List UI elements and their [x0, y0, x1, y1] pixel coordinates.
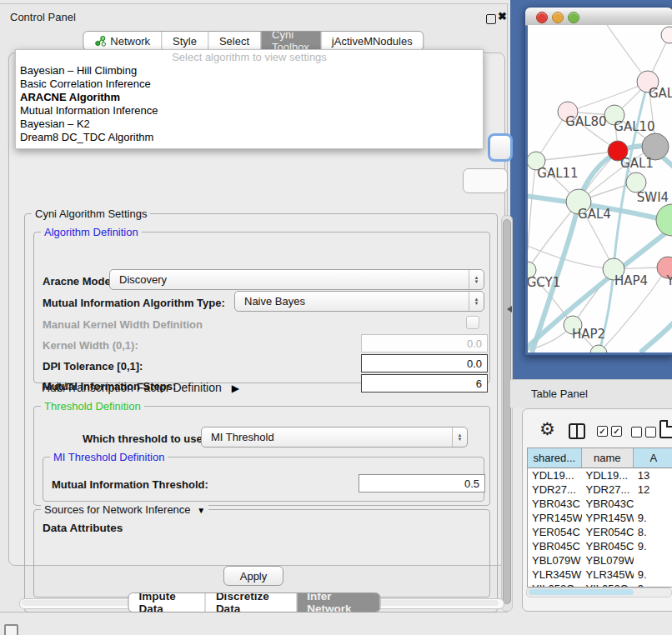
tab-style[interactable]: Style	[162, 32, 208, 50]
table-row[interactable]: YBR043CYBR043C	[528, 497, 672, 511]
table-cell: YLR345W	[582, 568, 634, 582]
control-panel: Control Panel ✖ NetworkStyleSelectCyni T…	[0, 3, 508, 612]
unchecked-column-icon[interactable]	[645, 427, 656, 438]
table-body: YDL19...YDL19...13YDR27...YDR27...12YBR0…	[528, 468, 672, 588]
manual-kernel-checkbox[interactable]	[466, 316, 479, 329]
table-row[interactable]: YDL19...YDL19...13	[528, 468, 672, 482]
network-canvas[interactable]: GALGAL80GAL10GAL1GAL11SWI4GAL4GCY1HAP4YH…	[528, 25, 672, 352]
mi-algorithm-type-select[interactable]: Naive Bayes ▲▼	[234, 291, 484, 312]
data-attributes-label: Data Attributes	[43, 522, 123, 534]
network-edge[interactable]	[528, 246, 614, 269]
control-panel-tabbar: NetworkStyleSelectCyni ToolboxjActiveMNo…	[83, 31, 424, 51]
network-icon	[94, 35, 106, 47]
table-cell	[634, 497, 672, 511]
cyni-algorithm-settings-group: Cyni Algorithm Settings Algorithm Defini…	[24, 213, 498, 612]
table-cell: 9.	[634, 582, 672, 588]
table-horizontal-scrollbar[interactable]	[526, 588, 672, 598]
split-columns-icon[interactable]	[569, 423, 585, 439]
table-row[interactable]: YBL079WYBL079W	[528, 553, 672, 568]
mi-threshold-definition-group: MI Threshold Definition Mutual Informati…	[43, 457, 484, 502]
expander-collapsed-icon: ▶	[232, 382, 239, 394]
tab-label: jActiveMNodules	[332, 35, 413, 48]
dropdown-item[interactable]: Mutual Information Inference	[16, 104, 483, 118]
tab-discretize-data[interactable]: Discretize Data	[206, 593, 297, 612]
kernel-width-label: Kernel Width (0,1):	[43, 339, 138, 352]
table-cell: 9.	[634, 511, 672, 525]
mi-threshold-label: Mutual Information Threshold:	[52, 478, 208, 491]
tab-jactivemnodules[interactable]: jActiveMNodules	[321, 32, 424, 50]
checked-column-icon[interactable]: ✓	[597, 426, 608, 437]
mi-algorithm-type-label: Mutual Information Algorithm Type:	[43, 297, 225, 309]
minimize-window-icon[interactable]	[552, 12, 564, 23]
dropdown-item[interactable]: Dream8 DC_TDC Algorithm	[16, 131, 483, 144]
table-cell: YDL19...	[528, 468, 582, 482]
table-cell: YBR043C	[528, 497, 582, 511]
which-threshold-select[interactable]: MI Threshold ▲▼	[201, 427, 468, 448]
restore-panel-icon[interactable]	[4, 624, 18, 635]
dropdown-item[interactable]: ARACNE Algorithm	[16, 91, 483, 104]
gear-icon[interactable]: ⚙	[539, 420, 555, 438]
table-cell: YPR145W	[528, 511, 582, 525]
table-header-row: shared...nameA	[528, 448, 672, 468]
dpi-tolerance-field[interactable]: 0.0	[361, 354, 488, 372]
table-cell	[634, 553, 672, 568]
table-row[interactable]: YLR345WYLR345W9.	[528, 568, 672, 582]
tab-network[interactable]: Network	[83, 32, 162, 50]
mi-threshold-field[interactable]: 0.5	[359, 474, 485, 492]
tab-select[interactable]: Select	[208, 32, 261, 50]
close-icon[interactable]: ✖	[498, 10, 507, 22]
mi-threshold-definition-title: MI Threshold Definition	[50, 451, 168, 463]
zoom-window-icon[interactable]	[568, 12, 579, 23]
node-label-gal11: GAL11	[537, 166, 578, 181]
file-icon[interactable]	[659, 420, 672, 438]
checked-column-icon[interactable]: ✓	[611, 426, 622, 437]
table-cell: YIL052C	[528, 582, 582, 588]
sources-title: Sources for Network Inference ▼	[41, 503, 208, 516]
network-window-titlebar[interactable]	[525, 8, 672, 26]
close-window-icon[interactable]	[536, 12, 548, 23]
table-cell: YLR345W	[528, 568, 582, 582]
table-row[interactable]: YDR27...YDR27...12	[528, 482, 672, 497]
settings-vertical-scrollbar[interactable]	[501, 215, 513, 612]
scrollbar-thumb[interactable]	[529, 589, 634, 595]
table-row[interactable]: YBR045CYBR045C9.	[528, 539, 672, 553]
scrollbar-thumb[interactable]	[503, 219, 511, 604]
node-label-hap4: HAP4	[614, 273, 648, 288]
apply-button[interactable]: Apply	[223, 566, 283, 586]
splitter-collapse-icon[interactable]	[507, 306, 512, 312]
node-label-y: Y	[665, 273, 672, 288]
settings-group-title: Cyni Algorithm Settings	[32, 208, 150, 220]
dropdown-item[interactable]: Bayesian – Hill Climbing	[16, 64, 483, 78]
table-row[interactable]: YPR145WYPR145W9.	[528, 511, 672, 525]
column-header-A[interactable]: A	[634, 448, 672, 468]
aracne-mode-label: Aracne Mode:	[43, 275, 114, 288]
table-cell: 13	[634, 468, 672, 482]
dropdown-item[interactable]: Basic Correlation Inference	[16, 78, 483, 91]
dpi-tolerance-label: DPI Tolerance [0,1]:	[43, 360, 143, 372]
float-window-icon[interactable]	[486, 14, 496, 24]
network-node-swi4[interactable]	[656, 204, 672, 236]
mi-steps-field[interactable]: 6	[361, 374, 488, 392]
column-header-shared[interactable]: shared...	[528, 448, 582, 468]
table-cell: YIL052C	[582, 582, 634, 588]
tab-infer-network[interactable]: Infer Network	[297, 593, 379, 612]
network-edge[interactable]	[528, 161, 536, 250]
column-header-name[interactable]: name	[582, 448, 634, 468]
table-cell: YER054C	[528, 525, 582, 539]
algorithm-dropdown: Select algorithm to view settings Bayesi…	[15, 49, 484, 149]
table-row[interactable]: YER054CYER054C8.	[528, 525, 672, 539]
table-cell: YBR045C	[528, 539, 582, 553]
kernel-width-field[interactable]: 0.0	[361, 334, 488, 352]
node-attribute-table: shared...nameA YDL19...YDL19...13YDR27..…	[527, 448, 672, 588]
network-edge[interactable]	[640, 322, 672, 352]
network-node[interactable]	[661, 27, 672, 43]
aracne-mode-select[interactable]: Discovery ▲▼	[109, 269, 484, 290]
table-row[interactable]: YIL052CYIL052C9.	[528, 582, 672, 588]
dropdown-item[interactable]: Bayesian – K2	[16, 118, 483, 131]
tab-cyni-toolbox[interactable]: Cyni Toolbox	[261, 32, 321, 50]
tab-impute-data[interactable]: Impute Data	[129, 593, 206, 612]
network-node[interactable]	[590, 345, 607, 352]
table-cell: YPR145W	[582, 511, 634, 525]
unchecked-column-icon[interactable]	[631, 427, 642, 438]
hub-factor-expander[interactable]: Hub/Transcription Factor Definition ▶	[42, 381, 239, 394]
